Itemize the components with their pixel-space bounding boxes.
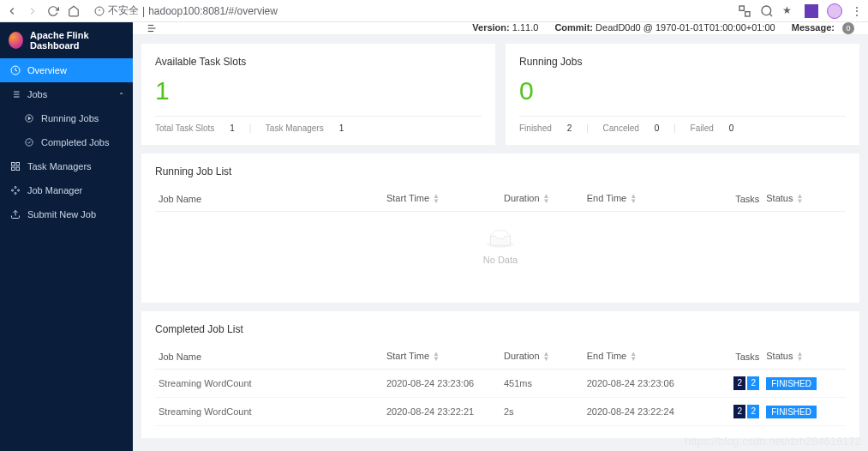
info-insecure-icon xyxy=(94,6,105,16)
sort-icon[interactable] xyxy=(543,194,550,204)
collapse-menu-icon[interactable] xyxy=(147,22,159,34)
upload-icon xyxy=(10,209,21,219)
running-job-list-panel: Running Job List Job Name Start Time Dur… xyxy=(141,153,859,303)
completed-job-list-panel: Completed Job List Job Name Start Time D… xyxy=(141,311,859,438)
svg-point-23 xyxy=(12,189,14,191)
running-value: 0 xyxy=(519,76,846,105)
svg-marker-15 xyxy=(28,117,31,119)
col-status[interactable]: Status xyxy=(766,351,793,361)
grid-icon xyxy=(10,161,21,171)
svg-point-16 xyxy=(26,139,33,146)
svg-point-5 xyxy=(762,6,771,15)
sidebar-item-running-jobs[interactable]: Running Jobs xyxy=(0,106,133,130)
col-duration[interactable]: Duration xyxy=(504,351,540,361)
svg-rect-17 xyxy=(12,163,15,166)
cell-end: 2020-08-24 23:22:24 xyxy=(584,398,701,426)
task-badge: 2 xyxy=(733,376,745,390)
chevron-up-icon: ⌄ xyxy=(118,91,124,99)
sort-icon[interactable] xyxy=(796,194,803,204)
sort-icon[interactable] xyxy=(630,194,637,204)
svg-rect-20 xyxy=(12,167,15,171)
sidebar: Apache Flink Dashboard Overview Jobs ⌄ R… xyxy=(0,22,133,451)
sidebar-item-completed-jobs[interactable]: Completed Jobs xyxy=(0,130,133,154)
star-icon[interactable]: ★ xyxy=(782,4,796,18)
message-count-badge[interactable]: 0 xyxy=(842,22,854,34)
slots-title: Available Task Slots xyxy=(155,56,482,68)
col-job-name[interactable]: Job Name xyxy=(159,194,201,204)
logo: Apache Flink Dashboard xyxy=(0,22,133,58)
cluster-icon xyxy=(10,185,21,195)
sidebar-item-submit-job[interactable]: Submit New Job xyxy=(0,202,133,226)
sidebar-item-overview[interactable]: Overview xyxy=(0,58,133,82)
sort-icon[interactable] xyxy=(543,352,550,362)
sort-icon[interactable] xyxy=(433,352,440,362)
status-badge: FINISHED xyxy=(766,406,817,418)
table-header-row: Job Name Start Time Duration End Time Ta… xyxy=(155,186,846,212)
col-start-time[interactable]: Start Time xyxy=(386,193,429,203)
cell-job-name: Streaming WordCount xyxy=(155,398,383,426)
col-end-time[interactable]: End Time xyxy=(587,193,626,203)
app-title: Apache Flink Dashboard xyxy=(30,30,124,51)
cell-start: 2020-08-24 23:22:21 xyxy=(383,398,500,426)
reload-icon[interactable] xyxy=(46,4,60,18)
commit-value: DeadD0d0 @ 1970-01-01T01:00:00+01:00 xyxy=(596,22,775,33)
col-tasks[interactable]: Tasks xyxy=(735,194,759,204)
empty-state: No Data xyxy=(155,212,846,291)
cell-duration: 451ms xyxy=(500,370,584,398)
sidebar-label-submit: Submit New Job xyxy=(27,209,96,219)
svg-rect-19 xyxy=(16,167,20,171)
home-icon[interactable] xyxy=(67,4,81,18)
table-row[interactable]: Streaming WordCount 2020-08-24 23:22:21 … xyxy=(155,398,846,426)
col-duration[interactable]: Duration xyxy=(504,193,540,203)
sort-icon[interactable] xyxy=(630,352,637,362)
finished-label: Finished xyxy=(519,123,552,133)
cell-start: 2020-08-24 23:23:06 xyxy=(383,370,500,398)
cell-job-name: Streaming WordCount xyxy=(155,370,383,398)
task-badge: 2 xyxy=(747,405,759,418)
table-row[interactable]: Streaming WordCount 2020-08-24 23:23:06 … xyxy=(155,370,846,398)
sidebar-item-job-manager[interactable]: Job Manager xyxy=(0,178,133,202)
table-header-row: Job Name Start Time Duration End Time Ta… xyxy=(155,344,846,370)
tm-count-value: 1 xyxy=(339,123,344,133)
running-title: Running Jobs xyxy=(519,56,846,68)
col-status[interactable]: Status xyxy=(766,193,793,203)
cell-end: 2020-08-24 23:23:06 xyxy=(584,370,701,398)
sidebar-label-jm: Job Manager xyxy=(27,185,82,195)
completed-list-title: Completed Job List xyxy=(155,323,846,335)
canceled-label: Canceled xyxy=(603,123,639,133)
total-slots-label: Total Task Slots xyxy=(155,123,214,133)
version-label: Version: xyxy=(472,22,509,33)
sort-icon[interactable] xyxy=(433,194,440,204)
col-end-time[interactable]: End Time xyxy=(587,351,626,361)
commit-label: Commit: xyxy=(554,22,593,33)
search-icon[interactable] xyxy=(760,4,774,18)
task-badge: 2 xyxy=(747,376,759,390)
menu-dots-icon[interactable]: ⋮ xyxy=(851,5,863,17)
canceled-value: 0 xyxy=(655,123,660,133)
sidebar-label-overview: Overview xyxy=(27,65,67,75)
col-job-name[interactable]: Job Name xyxy=(159,352,201,362)
forward-icon[interactable] xyxy=(26,4,39,18)
sidebar-item-jobs[interactable]: Jobs ⌄ xyxy=(0,82,133,106)
back-icon[interactable] xyxy=(5,4,19,18)
col-tasks[interactable]: Tasks xyxy=(735,352,759,362)
slots-value: 1 xyxy=(155,76,482,105)
finished-value: 2 xyxy=(567,123,572,133)
running-jobs-card: Running Jobs 0 Finished2 | Canceled0 | F… xyxy=(506,44,859,145)
profile-avatar[interactable] xyxy=(827,3,842,19)
empty-text: No Data xyxy=(155,255,846,265)
url-text[interactable]: hadoop100:8081/#/overview xyxy=(148,5,278,17)
failed-label: Failed xyxy=(691,123,714,133)
extension-icon[interactable] xyxy=(805,4,818,18)
failed-value: 0 xyxy=(729,123,734,133)
sort-icon[interactable] xyxy=(796,352,803,362)
cell-duration: 2s xyxy=(500,398,584,426)
sidebar-item-task-managers[interactable]: Task Managers xyxy=(0,154,133,178)
check-icon xyxy=(24,137,34,147)
col-start-time[interactable]: Start Time xyxy=(386,351,429,361)
running-list-title: Running Job List xyxy=(155,165,846,177)
flink-logo-icon xyxy=(9,32,23,49)
tm-count-label: Task Managers xyxy=(266,123,324,133)
list-icon xyxy=(10,89,21,99)
translate-icon[interactable] xyxy=(738,4,751,18)
